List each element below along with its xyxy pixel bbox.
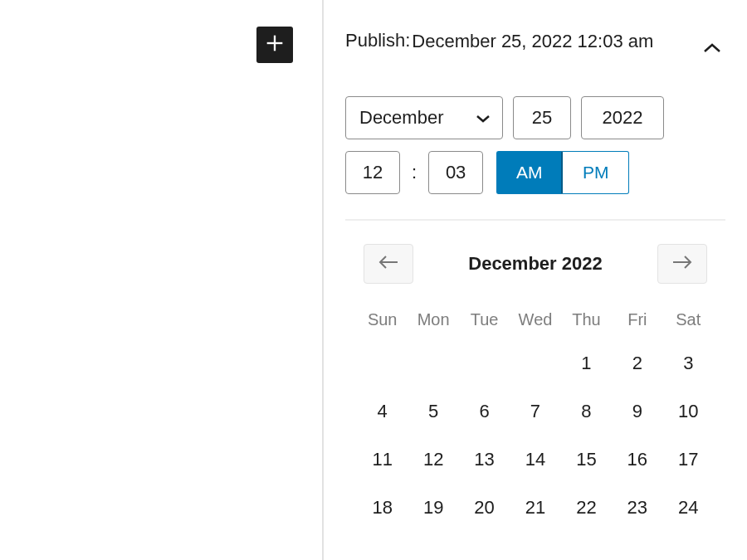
calendar-day[interactable]: 12 [408, 437, 458, 482]
day-of-week-header: Mon [408, 304, 458, 338]
arrow-right-icon [671, 255, 693, 273]
calendar-day[interactable]: 4 [357, 389, 408, 434]
calendar-day[interactable]: 6 [459, 389, 510, 434]
day-of-week-header: Wed [510, 304, 560, 338]
calendar-empty-cell [357, 341, 408, 386]
calendar-day[interactable]: 5 [408, 389, 458, 434]
day-input[interactable]: 25 [513, 96, 571, 139]
hour-input[interactable]: 12 [345, 151, 400, 194]
month-select[interactable]: December [345, 96, 503, 139]
day-of-week-header: Tue [459, 304, 510, 338]
calendar-day[interactable]: 22 [561, 485, 612, 530]
calendar-day[interactable]: 2 [612, 341, 662, 386]
plus-icon [263, 32, 286, 58]
day-of-week-header: Sun [357, 304, 408, 338]
calendar-day[interactable]: 21 [510, 485, 560, 530]
calendar-day[interactable]: 16 [612, 437, 662, 482]
calendar-day[interactable]: 17 [663, 437, 714, 482]
calendar-day[interactable]: 13 [459, 437, 510, 482]
day-of-week-header: Thu [561, 304, 612, 338]
calendar-empty-cell [459, 341, 510, 386]
ampm-toggle: AM PM [496, 151, 629, 194]
calendar-day[interactable]: 8 [561, 389, 612, 434]
calendar-day[interactable]: 15 [561, 437, 612, 482]
calendar-title: December 2022 [468, 253, 602, 275]
calendar-day[interactable]: 9 [612, 389, 662, 434]
calendar-grid: SunMonTueWedThuFriSat1234567891011121314… [345, 304, 725, 530]
calendar-empty-cell [510, 341, 560, 386]
calendar-day[interactable]: 11 [357, 437, 408, 482]
calendar-day[interactable]: 23 [612, 485, 662, 530]
chevron-down-icon [476, 107, 491, 129]
calendar-day[interactable]: 7 [510, 389, 560, 434]
calendar-day[interactable]: 19 [408, 485, 458, 530]
month-value: December [359, 107, 443, 129]
arrow-left-icon [378, 255, 399, 273]
calendar-day[interactable]: 14 [510, 437, 560, 482]
minute-input[interactable]: 03 [428, 151, 483, 194]
prev-month-button[interactable] [364, 244, 413, 284]
calendar-header: December 2022 [345, 244, 725, 284]
chevron-up-icon [699, 35, 725, 61]
publish-datetime: December 25, 2022 12:03 am [412, 30, 653, 54]
publish-label: Publish: [345, 30, 410, 51]
pm-button[interactable]: PM [563, 151, 629, 194]
day-of-week-header: Fri [612, 304, 662, 338]
am-button[interactable]: AM [496, 151, 563, 194]
calendar-day[interactable]: 3 [663, 341, 714, 386]
calendar-empty-cell [408, 341, 458, 386]
publish-panel: Publish: December 25, 2022 12:03 am Dece… [324, 0, 747, 530]
year-input[interactable]: 2022 [581, 96, 664, 139]
time-colon: : [410, 162, 418, 183]
datetime-inputs: December 25 2022 12 : 03 [345, 96, 725, 194]
calendar-day[interactable]: 10 [663, 389, 714, 434]
calendar-day[interactable]: 1 [561, 341, 612, 386]
calendar-day[interactable]: 18 [357, 485, 408, 530]
separator [345, 219, 725, 221]
day-of-week-header: Sat [663, 304, 714, 338]
add-block-button[interactable] [256, 27, 293, 63]
publish-summary-row[interactable]: Publish: December 25, 2022 12:03 am [345, 30, 725, 61]
next-month-button[interactable] [657, 244, 707, 284]
calendar-day[interactable]: 20 [459, 485, 510, 530]
calendar-day[interactable]: 24 [663, 485, 714, 530]
